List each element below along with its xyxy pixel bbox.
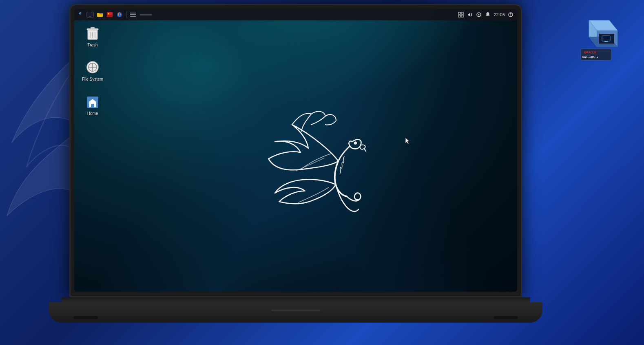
svg-rect-24 — [458, 15, 460, 17]
laptop-foot-left — [73, 316, 98, 319]
svg-rect-22 — [458, 12, 460, 14]
taskbar-tray: 22:05 — [458, 11, 517, 18]
svg-rect-23 — [461, 12, 463, 14]
tray-network-icon[interactable] — [476, 11, 482, 18]
laptop-foot-right — [494, 316, 518, 319]
trackpad-notch — [271, 310, 320, 311]
terminal-icon-inner: _ — [86, 12, 94, 18]
svg-rect-19 — [130, 13, 136, 13]
svg-text:VirtualBox: VirtualBox — [582, 55, 598, 59]
filesystem-icon-img — [84, 59, 101, 75]
trash-icon-img — [84, 25, 101, 41]
kali-dragon-logo — [232, 65, 403, 236]
trash-label: Trash — [87, 43, 97, 48]
svg-point-27 — [478, 14, 480, 15]
laptop-hinge — [61, 297, 530, 302]
taskbar-firefox-icon[interactable] — [115, 10, 124, 19]
home-label: Home — [87, 111, 98, 116]
taskbar-separator — [126, 11, 126, 18]
taskbar-kali-icon[interactable] — [76, 10, 85, 19]
taskbar-left: _ — [74, 10, 152, 19]
taskbar-slider[interactable] — [140, 14, 152, 15]
tray-notifications-icon[interactable] — [485, 11, 491, 18]
laptop-bezel: _ — [69, 4, 522, 297]
taskbar-time: 22:05 — [494, 12, 505, 17]
svg-point-15 — [81, 13, 82, 13]
laptop-base — [61, 297, 530, 326]
taskbar-menu-icon[interactable] — [128, 10, 137, 19]
svg-rect-20 — [130, 14, 136, 15]
desktop-icons: Trash File System — [78, 23, 107, 118]
desktop-icon-filesystem[interactable]: File System — [78, 57, 107, 84]
svg-point-14 — [354, 142, 357, 144]
screen: _ — [74, 9, 517, 292]
filesystem-label: File System — [82, 77, 103, 82]
virtualbox-widget[interactable]: ORACLE VirtualBox — [562, 6, 628, 71]
svg-rect-41 — [91, 104, 94, 107]
tray-volume-icon[interactable] — [467, 11, 473, 18]
home-icon-img — [84, 93, 101, 110]
svg-rect-32 — [91, 27, 95, 29]
svg-rect-25 — [461, 15, 463, 17]
svg-rect-10 — [604, 41, 608, 42]
desktop-icon-trash[interactable]: Trash — [78, 23, 107, 49]
taskbar-image-icon[interactable] — [105, 10, 114, 19]
taskbar-files-icon[interactable] — [95, 10, 104, 19]
laptop: _ — [61, 4, 530, 326]
laptop-bottom — [49, 302, 542, 323]
svg-rect-21 — [130, 16, 136, 17]
svg-text:ORACLE: ORACLE — [584, 51, 596, 54]
taskbar-terminal-icon[interactable]: _ — [86, 10, 95, 19]
desktop-icon-home[interactable]: Home — [78, 92, 107, 118]
tray-windows-icon[interactable] — [458, 11, 464, 18]
tray-extra-icon[interactable] — [507, 11, 514, 18]
taskbar: _ — [74, 9, 517, 20]
